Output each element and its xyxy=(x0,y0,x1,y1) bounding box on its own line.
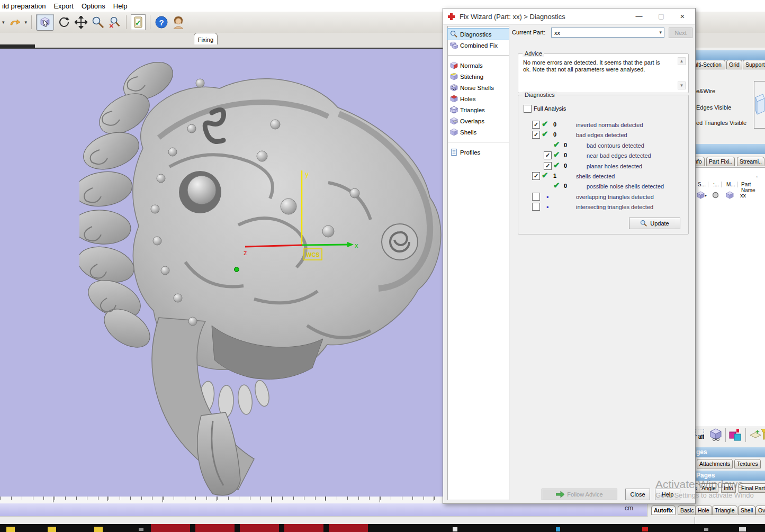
windows-taskbar[interactable] xyxy=(0,524,765,532)
follow-advice-button[interactable]: Follow Advice xyxy=(542,489,617,500)
taskbar-item[interactable] xyxy=(240,524,279,532)
dropdown-caret-icon[interactable]: ▾ xyxy=(2,20,5,25)
tab-grid[interactable]: Grid xyxy=(726,60,742,69)
color-parts-icon[interactable] xyxy=(728,428,743,443)
checkbox-checked[interactable]: ✓ xyxy=(544,151,552,159)
option-shade-wire[interactable]: e&Wire xyxy=(696,88,715,94)
taskbar-item[interactable] xyxy=(139,528,143,531)
checkbox-checked[interactable]: ✓ xyxy=(544,162,552,170)
nav-holes[interactable]: Holes xyxy=(448,93,509,104)
tab-fixing[interactable]: Fixing xyxy=(194,33,218,44)
tab-streamics-panel[interactable]: Streami.. xyxy=(737,157,764,166)
select-cursor-icon xyxy=(39,16,51,28)
taskbar-item[interactable] xyxy=(453,527,457,531)
tab-autofix[interactable]: Autofix xyxy=(651,506,676,515)
menu-export[interactable]: Export xyxy=(51,1,79,11)
column-header-s[interactable]: S... xyxy=(698,182,708,187)
taskbar-item[interactable] xyxy=(704,528,708,531)
taskbar-item[interactable] xyxy=(642,527,648,531)
nav-overlaps[interactable]: Overlaps xyxy=(448,115,509,127)
shade-preview-box[interactable] xyxy=(754,81,765,129)
menu-help[interactable]: Help xyxy=(111,1,133,11)
checkbox-checked[interactable]: ✓ xyxy=(532,131,540,139)
taskbar-item[interactable] xyxy=(94,527,103,532)
close-button[interactable]: Close xyxy=(625,489,650,500)
panel-header-bar[interactable] xyxy=(695,50,765,60)
pending-dot-icon: • xyxy=(546,193,549,201)
chevron-down-icon[interactable]: ▾ xyxy=(659,30,662,35)
tab-textures[interactable]: Textures xyxy=(734,459,761,468)
axis-x-label: x xyxy=(355,241,358,249)
redo-icon[interactable] xyxy=(8,15,22,30)
scroll-down-icon[interactable]: ▼ xyxy=(678,82,686,89)
close-window-button[interactable]: × xyxy=(675,11,690,21)
add-part-icon[interactable]: + xyxy=(749,428,762,441)
full-analysis-checkbox[interactable] xyxy=(524,105,532,113)
taskbar-item[interactable] xyxy=(556,527,560,531)
column-header-m[interactable]: M... xyxy=(726,182,738,187)
checkbox-unchecked[interactable] xyxy=(532,203,540,211)
rotate-icon[interactable] xyxy=(57,15,71,30)
attachments-section-header[interactable]: ges xyxy=(695,447,765,457)
current-part-value: xx xyxy=(554,30,560,36)
verify-icon[interactable]: ✓ xyxy=(131,14,146,30)
menu-options[interactable]: Options xyxy=(79,1,111,11)
taskbar-item[interactable] xyxy=(195,524,235,532)
next-button[interactable]: Next xyxy=(669,28,692,38)
taskbar-item[interactable] xyxy=(739,527,746,531)
tab-attachments[interactable]: Attachments xyxy=(697,459,733,468)
checkbox-checked[interactable]: ✓ xyxy=(532,121,540,129)
dialog-titlebar[interactable]: Fix Wizard (Part: xx) > Diagnostics — ▢ … xyxy=(443,8,695,25)
panel-header-bar[interactable] xyxy=(695,144,765,154)
count: 0 xyxy=(564,152,567,158)
profile-icon[interactable] xyxy=(172,15,185,30)
dialog-title: Fix Wizard (Part: xx) > Diagnostics xyxy=(460,13,565,21)
tab-multi-section[interactable]: ulti-Section xyxy=(691,60,725,69)
zoom-unzoom-icon[interactable]: ✕ xyxy=(108,15,122,30)
scroll-up-icon[interactable]: ▲ xyxy=(678,57,686,65)
redo-dropdown-caret-icon[interactable]: ▾ xyxy=(25,20,28,25)
nav-combined-fix[interactable]: Combined Fix xyxy=(448,40,509,51)
tab-part-fixing[interactable]: Part Fixi.. xyxy=(706,157,735,166)
nav-shells[interactable]: Shells xyxy=(448,127,509,138)
nav-noise-shells[interactable]: Noise Shells xyxy=(448,82,509,93)
nav-stitching[interactable]: Stitching xyxy=(448,71,509,82)
taskbar-item[interactable] xyxy=(6,527,15,532)
tab-support[interactable]: Support xyxy=(743,60,765,69)
menu-build-preparation[interactable]: ild preparation xyxy=(0,1,51,11)
view-cube-icon[interactable] xyxy=(709,428,722,441)
pan-icon[interactable] xyxy=(74,15,88,30)
tab-basic[interactable]: Basic xyxy=(678,506,697,515)
update-button[interactable]: Update xyxy=(629,218,680,229)
tab-hole[interactable]: Hole xyxy=(695,506,712,515)
tab-overlap[interactable]: Ov xyxy=(755,506,765,515)
option-marked-triangles-visible[interactable]: ed Triangles Visible xyxy=(696,120,746,126)
column-header-2[interactable]: :... xyxy=(713,182,722,187)
nav-normals[interactable]: Normals xyxy=(448,60,509,71)
option-edges-visible[interactable]: Edges Visible xyxy=(696,104,731,111)
taskbar-item[interactable] xyxy=(151,524,190,532)
taskbar-item[interactable] xyxy=(329,524,368,532)
taskbar-item[interactable] xyxy=(48,527,56,532)
select-all-label[interactable]: all xyxy=(698,434,704,440)
nav-profiles[interactable]: Profiles xyxy=(448,147,509,158)
tab-triangle[interactable]: Triangle xyxy=(712,506,737,515)
current-part-dropdown[interactable]: xx ▾ xyxy=(551,28,664,38)
nav-triangles[interactable]: Triangles xyxy=(448,104,509,115)
taskbar-item[interactable] xyxy=(284,524,323,532)
filter-icon[interactable] xyxy=(761,429,765,440)
zoom-icon[interactable] xyxy=(91,15,105,30)
help-icon[interactable]: ? xyxy=(155,15,168,30)
part-dropdown-caret-icon[interactable]: ▾ xyxy=(705,193,707,198)
tab-shell[interactable]: Shell xyxy=(738,506,755,515)
select-tool-button[interactable] xyxy=(36,14,54,31)
checkbox-unchecked[interactable] xyxy=(532,193,540,201)
checkbox-checked[interactable]: ✓ xyxy=(532,172,540,180)
part-row[interactable]: ▾ xx xyxy=(695,190,764,201)
triangles-icon xyxy=(450,106,458,114)
sort-asc-icon[interactable]: ˆ xyxy=(756,176,758,182)
maximize-button[interactable]: ▢ xyxy=(654,11,669,21)
nav-diagnostics[interactable]: Diagnostics xyxy=(448,29,509,40)
check-icon: ✔ xyxy=(553,160,560,170)
minimize-button[interactable]: — xyxy=(632,11,646,21)
